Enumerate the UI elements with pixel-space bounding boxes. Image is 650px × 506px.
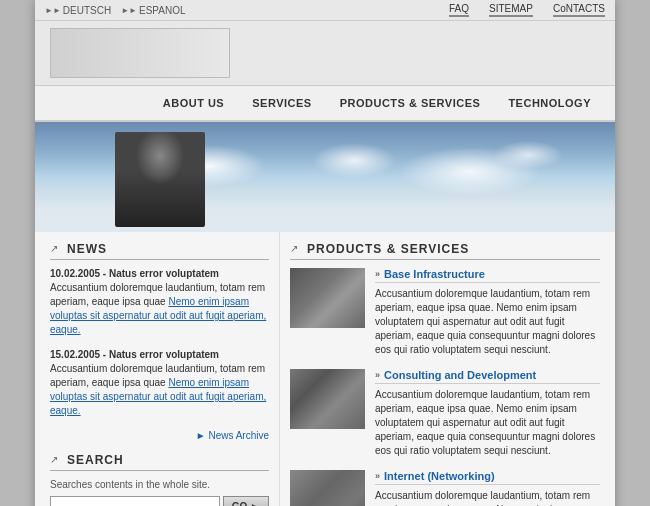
- news-headline-1: - Natus error voluptatem: [103, 268, 219, 279]
- espanol-label: ESPANOL: [139, 5, 186, 16]
- lang-deutsch[interactable]: ►► DEUTSCH: [45, 5, 111, 16]
- product-image-3: [290, 470, 365, 506]
- nav-about[interactable]: ABOUT US: [149, 89, 238, 117]
- product-title-2: Consulting and Development: [375, 369, 600, 384]
- product-title-3-text: Internet (Networking): [384, 470, 495, 482]
- product-title-2-text: Consulting and Development: [384, 369, 536, 381]
- news-date-2: 15.02.2005 - Natus error voluptatem: [50, 349, 269, 360]
- product-content-1: Base Infrastructure Accusantium doloremq…: [375, 268, 600, 357]
- news-text-1: Accusantium doloremque laudantium, totam…: [50, 281, 269, 337]
- news-date-1: 10.02.2005 - Natus error voluptatem: [50, 268, 269, 279]
- lang-espanol[interactable]: ►► ESPANOL: [121, 5, 185, 16]
- logo-bar: [35, 21, 615, 86]
- news-archive-link[interactable]: ► News Archive: [196, 430, 269, 441]
- header: ►► DEUTSCH ►► ESPANOL FAQ SITEMAP: [35, 0, 615, 122]
- nav-products[interactable]: PRODUCTS & SERVICES: [326, 89, 495, 117]
- hero-person-silhouette: [115, 132, 205, 227]
- product-content-2: Consulting and Development Accusantium d…: [375, 369, 600, 458]
- left-column: NEWS 10.02.2005 - Natus error voluptatem…: [35, 232, 280, 506]
- nav-services[interactable]: SERVICES: [238, 89, 325, 117]
- nav-technology[interactable]: TECHNOLOGY: [494, 89, 605, 117]
- news-item-2: 15.02.2005 - Natus error voluptatem Accu…: [50, 349, 269, 418]
- news-date-2-value: 15.02.2005: [50, 349, 100, 360]
- product-item-2: Consulting and Development Accusantium d…: [290, 369, 600, 458]
- search-button[interactable]: GO ►: [223, 496, 269, 506]
- sitemap-underline: [489, 15, 533, 17]
- product-title-icon-2: [375, 370, 380, 380]
- search-header-icon: [50, 454, 62, 466]
- sitemap-link[interactable]: SITEMAP: [489, 3, 533, 17]
- search-description: Searches contents in the whole site.: [50, 479, 269, 490]
- product-title-1-text: Base Infrastructure: [384, 268, 485, 280]
- product-title-icon-3: [375, 471, 380, 481]
- product-item-1: Base Infrastructure Accusantium doloremq…: [290, 268, 600, 357]
- search-form: GO ►: [50, 496, 269, 506]
- product-image-2: [290, 369, 365, 429]
- faq-label: FAQ: [449, 3, 469, 14]
- news-section-header: NEWS: [50, 242, 269, 260]
- search-title: SEARCH: [67, 453, 124, 467]
- product-content-3: Internet (Networking) Accusantium dolore…: [375, 470, 600, 506]
- logo: [50, 28, 230, 78]
- news-item-1: 10.02.2005 - Natus error voluptatem Accu…: [50, 268, 269, 337]
- product-text-2: Accusantium doloremque laudantium, totam…: [375, 388, 600, 458]
- hero-person-image: [115, 132, 205, 227]
- products-header-icon: [290, 243, 302, 255]
- deutsch-arrow: ►►: [45, 6, 61, 15]
- news-archive: ► News Archive: [50, 430, 269, 441]
- main-content: NEWS 10.02.2005 - Natus error voluptatem…: [35, 232, 615, 506]
- news-headline-2: - Natus error voluptatem: [103, 349, 219, 360]
- news-header-icon: [50, 243, 62, 255]
- deutsch-label: DEUTSCH: [63, 5, 111, 16]
- news-date-1-value: 10.02.2005: [50, 268, 100, 279]
- search-input[interactable]: [50, 496, 220, 506]
- products-section-header: PRODUCTS & SERVICES: [290, 242, 600, 260]
- product-text-1: Accusantium doloremque laudantium, totam…: [375, 287, 600, 357]
- contacts-label: CoNTACTS: [553, 3, 605, 14]
- product-text-3: Accusantium doloremque laudantium, totam…: [375, 489, 600, 506]
- main-navigation: ABOUT US SERVICES PRODUCTS & SERVICES TE…: [35, 86, 615, 122]
- search-section: SEARCH Searches contents in the whole si…: [50, 453, 269, 506]
- faq-underline: [449, 15, 469, 17]
- header-links: FAQ SITEMAP CoNTACTS: [449, 3, 605, 17]
- search-section-header: SEARCH: [50, 453, 269, 471]
- espanol-arrow: ►►: [121, 6, 137, 15]
- right-column: PRODUCTS & SERVICES Base Infrastructure …: [280, 232, 615, 506]
- contacts-link[interactable]: CoNTACTS: [553, 3, 605, 17]
- faq-link[interactable]: FAQ: [449, 3, 469, 17]
- products-title: PRODUCTS & SERVICES: [307, 242, 469, 256]
- product-title-1: Base Infrastructure: [375, 268, 600, 283]
- sitemap-label: SITEMAP: [489, 3, 533, 14]
- product-title-icon-1: [375, 269, 380, 279]
- product-title-3: Internet (Networking): [375, 470, 600, 485]
- language-selector: ►► DEUTSCH ►► ESPANOL: [45, 5, 186, 16]
- news-title: NEWS: [67, 242, 107, 256]
- hero-banner: [35, 122, 615, 232]
- product-image-1: [290, 268, 365, 328]
- header-top-bar: ►► DEUTSCH ►► ESPANOL FAQ SITEMAP: [35, 0, 615, 21]
- product-item-3: Internet (Networking) Accusantium dolore…: [290, 470, 600, 506]
- news-text-2: Accusantium doloremque laudantium, totam…: [50, 362, 269, 418]
- contacts-underline: [553, 15, 605, 17]
